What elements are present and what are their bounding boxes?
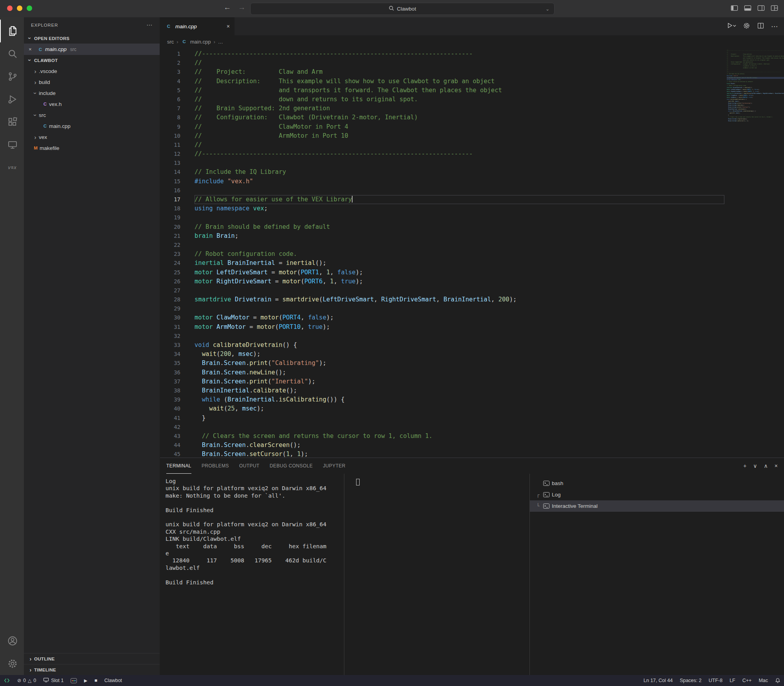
code-line[interactable]: 32 — [160, 332, 724, 341]
code-line[interactable]: 18using namespace vex; — [160, 204, 724, 213]
folder-include[interactable]: ›include — [24, 88, 160, 99]
status-eol[interactable]: LF — [726, 678, 739, 683]
code-line[interactable]: 36 Brain.Screen.newLine(); — [160, 368, 724, 377]
breadcrumb-file[interactable]: main.cpp — [190, 39, 211, 45]
code-line[interactable]: 29 — [160, 304, 724, 313]
code-line[interactable]: 27 — [160, 286, 724, 295]
status-indentation[interactable]: Spaces: 2 — [676, 678, 705, 683]
search-icon[interactable] — [0, 42, 24, 65]
explorer-icon[interactable] — [0, 20, 24, 42]
minimap[interactable]: //--------------------------------------… — [724, 48, 784, 458]
terminal-output-pane[interactable]: Logunix build for platform vexiq2 on Dar… — [160, 474, 344, 675]
code-line[interactable]: 20// Brain should be defined by default — [160, 223, 724, 232]
navigate-back-icon[interactable]: ← — [224, 3, 231, 12]
open-editor-main-cpp[interactable]: × C main.cpp src — [24, 44, 160, 55]
code-line[interactable]: 43 // Clears the screen and returns the … — [160, 432, 724, 441]
status-keymap[interactable]: Mac — [755, 678, 771, 683]
remote-device-icon[interactable] — [0, 133, 24, 156]
vex-slot-selector[interactable]: Slot 1 — [40, 675, 67, 686]
code-line[interactable]: 30motor ClawMotor = motor(PORT4, false); — [160, 313, 724, 322]
code-line[interactable]: 19 — [160, 213, 724, 222]
views-more-actions-icon[interactable]: ⋯ — [146, 22, 153, 29]
folder-vex[interactable]: ›vex — [24, 131, 160, 142]
code-line[interactable]: 6// down and returns to its original spo… — [160, 95, 724, 104]
folder-src[interactable]: ›src — [24, 109, 160, 120]
toggle-secondary-sidebar-icon[interactable] — [757, 4, 765, 12]
code-line[interactable]: 16 — [160, 186, 724, 195]
code-line[interactable]: 41 } — [160, 414, 724, 423]
code-line[interactable]: 44 Brain.Screen.clearScreen(); — [160, 441, 724, 450]
code-line[interactable]: 37 Brain.Screen.print("Inertial"); — [160, 377, 724, 386]
code-line[interactable]: 1//-------------------------------------… — [160, 49, 724, 58]
section-outline[interactable]: ›OUTLINE — [24, 653, 160, 664]
code-line[interactable]: 11// — [160, 140, 724, 150]
toggle-primary-sidebar-icon[interactable] — [730, 4, 739, 12]
code-line[interactable]: 31motor ArmMotor = motor(PORT10, true); — [160, 323, 724, 332]
close-editor-icon[interactable]: × — [29, 46, 36, 52]
breadcrumb-symbol[interactable]: … — [218, 39, 223, 45]
project-name-status[interactable]: Clawbot — [101, 675, 126, 686]
zoom-window-button[interactable] — [27, 5, 32, 11]
run-project-button[interactable]: ▶ — [80, 675, 91, 686]
code-line[interactable]: 26motor RightDriveSmart = motor(PORT6, 1… — [160, 277, 724, 286]
stop-project-button[interactable]: ■ — [91, 675, 101, 686]
code-line[interactable]: 15#include "vex.h" — [160, 177, 724, 186]
code-line[interactable]: 42 — [160, 423, 724, 432]
code-line[interactable]: 25motor LeftDriveSmart = motor(PORT1, 1,… — [160, 268, 724, 277]
vex-extension-icon[interactable]: v≡x — [0, 156, 24, 179]
code-line[interactable]: 3// Project: Claw and Arm — [160, 68, 724, 77]
close-panel-icon[interactable]: × — [775, 463, 778, 469]
notifications-bell-icon[interactable] — [771, 678, 784, 683]
remote-indicator[interactable] — [0, 675, 14, 686]
code-line[interactable]: 33void calibrateDrivetrain() { — [160, 341, 724, 350]
tab-main-cpp[interactable]: C main.cpp × — [160, 17, 235, 35]
status-cursor-position[interactable]: Ln 17, Col 44 — [640, 678, 676, 683]
split-editor-icon[interactable] — [757, 22, 764, 31]
settings-gear-icon[interactable] — [0, 652, 24, 675]
breadcrumb-folder[interactable]: src — [167, 39, 174, 45]
code-line[interactable]: 14// Include the IQ Library — [160, 168, 724, 177]
extensions-icon[interactable] — [0, 111, 24, 133]
code-line[interactable]: 28smartdrive Drivetrain = smartdrive(Lef… — [160, 295, 724, 304]
terminal-list-item-bash[interactable]: bash — [530, 478, 784, 489]
panel-tab-debug-console[interactable]: DEBUG CONSOLE — [270, 458, 313, 474]
folder-build[interactable]: ›build — [24, 77, 160, 88]
source-control-icon[interactable] — [0, 65, 24, 88]
status-language-mode[interactable]: C++ — [739, 678, 755, 683]
interactive-terminal-pane[interactable] — [344, 474, 530, 675]
code-line[interactable]: 8// Configuration: Clawbot (Drivetrain 2… — [160, 113, 724, 122]
file-makefile[interactable]: Mmakefile — [24, 142, 160, 153]
code-area[interactable]: 1//-------------------------------------… — [160, 48, 724, 458]
code-line[interactable]: 23// Robot configuration code. — [160, 250, 724, 259]
problems-status[interactable]: ⊘ 0 △ 0 — [14, 675, 40, 686]
file-vex-h[interactable]: Cvex.h — [24, 99, 160, 109]
code-editor[interactable]: 1//-------------------------------------… — [160, 48, 784, 458]
status-encoding[interactable]: UTF-8 — [705, 678, 726, 683]
maximize-panel-icon[interactable]: ∧ — [764, 463, 768, 469]
minimize-window-button[interactable] — [17, 5, 22, 11]
code-line[interactable]: 17// Allows for easier use of the VEX Li… — [160, 195, 724, 204]
terminal-list-item-interactive-terminal[interactable]: └Interactive Terminal — [530, 500, 784, 512]
code-line[interactable]: 4// Description: This example will show … — [160, 77, 724, 86]
code-line[interactable]: 35 Brain.Screen.print("Calibrating"); — [160, 359, 724, 368]
code-line[interactable]: 2// — [160, 58, 724, 68]
code-line[interactable]: 45 Brain.Screen.setCursor(1, 1); — [160, 450, 724, 458]
code-line[interactable]: 40 wait(25, msec); — [160, 404, 724, 413]
code-line[interactable]: 39 while (BrainInertial.isCalibrating())… — [160, 395, 724, 404]
file-main-cpp[interactable]: Cmain.cpp — [24, 120, 160, 131]
code-line[interactable]: 13 — [160, 159, 724, 168]
open-editors-section[interactable]: › OPEN EDITORS — [24, 33, 160, 44]
close-window-button[interactable] — [7, 5, 13, 11]
terminal-list-item-log[interactable]: ┌Log — [530, 489, 784, 500]
code-line[interactable]: 34 wait(200, msec); — [160, 350, 724, 359]
account-icon[interactable] — [0, 629, 24, 652]
code-line[interactable]: 21brain Brain; — [160, 232, 724, 241]
vex-brain-icon[interactable] — [67, 675, 80, 686]
terminal-picker-chevron-icon[interactable]: ∨ — [753, 463, 757, 469]
code-line[interactable]: 24inertial BrainInertial = inertial(); — [160, 259, 724, 268]
customize-layout-icon[interactable] — [770, 4, 779, 12]
project-section-clawbot[interactable]: › CLAWBOT — [24, 55, 160, 66]
panel-tab-jupyter[interactable]: JUPYTER — [323, 458, 345, 474]
chevron-down-icon[interactable]: ⌄ — [546, 6, 549, 12]
code-line[interactable]: 7// Brain Supported: 2nd generation — [160, 104, 724, 113]
